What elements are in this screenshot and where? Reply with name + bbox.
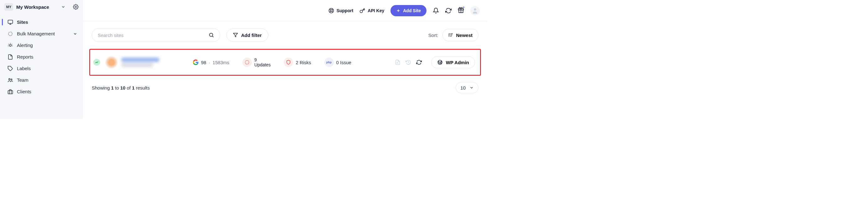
pagespeed-score: 98	[201, 60, 206, 65]
sidebar-item-label: Labels	[17, 66, 31, 71]
add-filter-label: Add filter	[241, 33, 262, 38]
report-icon[interactable]	[395, 59, 401, 65]
workspace-name: My Workspace	[16, 4, 58, 10]
sidebar-item-label: Clients	[17, 89, 31, 94]
user-avatar[interactable]	[470, 6, 480, 16]
sidebar-item-label: Reports	[17, 54, 33, 59]
sidebar-item-reports[interactable]: Reports	[0, 51, 83, 63]
api-key-label: API Key	[368, 8, 384, 13]
svg-line-18	[332, 11, 333, 12]
php-issue-text: 0 Issue	[336, 60, 351, 65]
sidebar-item-clients[interactable]: Clients	[0, 86, 83, 97]
php-icon: php	[324, 58, 334, 67]
tag-icon	[7, 66, 13, 71]
history-icon[interactable]	[405, 59, 411, 65]
shield-icon	[284, 58, 293, 67]
search-field[interactable]	[92, 28, 220, 42]
lifebuoy-icon	[329, 8, 334, 13]
team-icon	[7, 77, 13, 83]
sync-icon[interactable]	[445, 7, 452, 14]
risks-metric: 2 Risks	[284, 58, 311, 67]
updates-metric: 9 Updates	[242, 57, 271, 67]
svg-marker-28	[233, 33, 237, 37]
monitor-icon	[7, 20, 13, 25]
api-key-link[interactable]: API Key	[360, 8, 384, 13]
sidebar-item-bulk-management[interactable]: Bulk Management	[0, 28, 83, 39]
page-size-select[interactable]: 10	[456, 82, 478, 93]
pagespeed-metric: 98 · 1583ms	[193, 59, 229, 65]
sidebar-item-label: Sites	[17, 20, 28, 25]
svg-point-33	[245, 60, 249, 64]
sidebar-item-sites[interactable]: Sites	[0, 16, 83, 28]
chevron-down-icon	[61, 5, 65, 9]
sort-value: Newest	[456, 33, 472, 38]
search-input[interactable]	[98, 33, 206, 38]
workspace-switcher[interactable]: MY My Workspace	[0, 3, 83, 14]
sidebar-item-team[interactable]: Team	[0, 74, 83, 86]
toolbar: Add filter Sort: Newest	[83, 21, 487, 49]
svg-point-16	[330, 10, 332, 11]
notification-dot	[463, 6, 465, 8]
php-metric: php 0 Issue	[324, 58, 351, 67]
support-link[interactable]: Support	[329, 8, 353, 13]
results-footer: Showing 1 to 10 of 1 results 10	[83, 76, 487, 99]
svg-point-12	[9, 78, 10, 80]
row-action-icons	[395, 59, 422, 65]
svg-rect-14	[8, 90, 13, 94]
sidebar-item-alerting[interactable]: Alerting	[0, 39, 83, 51]
sort-button[interactable]: Newest	[442, 29, 478, 41]
file-icon	[7, 54, 13, 60]
add-filter-button[interactable]: Add filter	[226, 29, 268, 42]
sort-label: Sort:	[428, 33, 438, 38]
sidebar: MY My Workspace Sites Bulk Management Al…	[0, 0, 83, 119]
load-time: 1583ms	[213, 60, 229, 65]
sidebar-item-labels[interactable]: Labels	[0, 63, 83, 74]
sidebar-item-label: Team	[17, 77, 29, 83]
bell-icon[interactable]	[433, 7, 439, 14]
wordpress-icon	[437, 59, 443, 65]
gear-icon[interactable]	[73, 4, 79, 10]
svg-line-20	[330, 11, 330, 12]
wp-admin-label: WP Admin	[446, 60, 469, 65]
page-size-value: 10	[460, 85, 466, 90]
svg-point-4	[8, 32, 12, 36]
add-site-button[interactable]: Add Site	[391, 5, 427, 16]
google-icon	[193, 59, 198, 65]
site-identity	[106, 57, 187, 68]
svg-line-27	[212, 36, 213, 37]
sidebar-nav: Sites Bulk Management Alerting Reports L…	[0, 14, 83, 97]
sidebar-item-label: Bulk Management	[17, 31, 55, 36]
updates-label: Updates	[254, 62, 271, 67]
updates-count: 9	[254, 57, 271, 62]
site-metrics: 98 · 1583ms 9 Updates	[193, 57, 351, 67]
site-avatar	[106, 57, 117, 68]
filter-icon	[233, 33, 238, 37]
add-site-label: Add Site	[403, 8, 421, 13]
chevron-down-icon	[73, 32, 78, 36]
svg-point-5	[9, 44, 11, 46]
status-up-icon	[93, 59, 100, 66]
svg-line-7	[8, 44, 9, 44]
workspace-badge: MY	[4, 3, 13, 11]
topbar: Support API Key Add Site	[83, 0, 487, 21]
metric-separator: ·	[209, 60, 210, 65]
svg-line-19	[332, 9, 333, 10]
sort-icon	[448, 33, 454, 37]
svg-point-26	[210, 33, 213, 37]
grid-dots-icon	[7, 31, 13, 37]
site-row[interactable]: 98 · 1583ms 9 Updates	[89, 49, 481, 76]
chevron-down-icon	[469, 86, 474, 90]
updates-icon	[242, 58, 252, 67]
svg-rect-1	[8, 20, 13, 24]
search-icon	[209, 32, 214, 38]
svg-line-17	[330, 9, 330, 10]
key-icon	[360, 8, 365, 13]
sidebar-item-label: Alerting	[17, 42, 33, 48]
svg-point-13	[11, 79, 12, 80]
gift-button[interactable]	[458, 7, 464, 14]
risks-text: 2 Risks	[296, 60, 311, 65]
main-content: Support API Key Add Site	[83, 0, 487, 119]
svg-point-25	[474, 8, 476, 10]
refresh-icon[interactable]	[416, 59, 422, 65]
wp-admin-button[interactable]: WP Admin	[431, 56, 475, 68]
